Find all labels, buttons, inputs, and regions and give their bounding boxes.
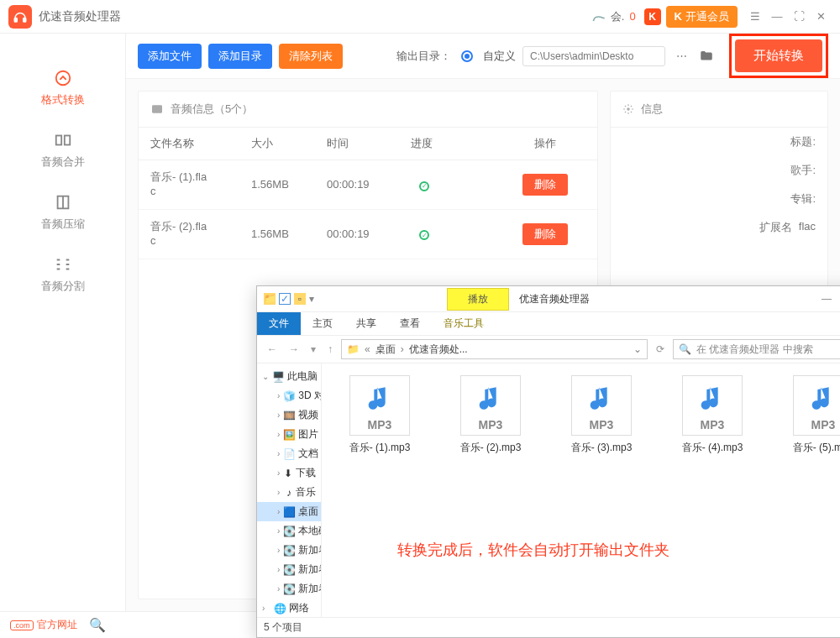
close-icon[interactable]: ✕ [810,6,832,28]
col-operate: 操作 [512,136,579,151]
tree-label: 文档 [298,447,318,461]
delete-button[interactable]: 删除 [522,223,568,245]
breadcrumb-seg[interactable]: 桌面 [375,343,396,357]
cell-size: 1.56MB [251,227,327,240]
tree-item[interactable]: ›🖼️图片 [257,425,321,444]
ribbon-share[interactable]: 共享 [344,312,388,335]
file-item[interactable]: MP3 音乐- (5).mp3 [777,375,840,455]
sidebar-item-compress[interactable]: 音频压缩 [0,181,125,243]
tree-item[interactable]: ›🌐网络 [257,599,321,617]
explorer-search[interactable]: 🔍 在 优速音频处理器 中搜索 [673,339,840,359]
tree-item[interactable]: ›📄文档 [257,444,321,463]
tree-item[interactable]: ›♪音乐 [257,483,321,502]
svg-rect-3 [55,136,60,145]
file-item[interactable]: MP3 音乐- (4).mp3 [666,375,759,455]
tree-label: 网络 [289,601,309,615]
explorer-qat-arrow[interactable]: ▾ [309,293,314,305]
tree-twisty-icon[interactable]: › [277,488,282,497]
explorer-check-icon[interactable]: ✓ [279,293,291,305]
file-name: 音乐- (5).mp3 [793,441,840,455]
nav-back-icon[interactable]: ← [264,343,281,355]
menu-icon[interactable]: ☰ [744,6,766,28]
clear-list-button[interactable]: 清除列表 [279,44,343,69]
search-footer-icon[interactable]: 🔍 [89,617,106,633]
info-album-label: 专辑: [774,191,816,207]
compress-icon [54,193,72,212]
explorer-ribbon: 文件 主页 共享 查看 音乐工具 ⌃ ❔ [257,311,840,335]
nav-fwd-icon[interactable]: → [286,343,302,355]
breadcrumb-seg[interactable]: 优速音频处... [409,343,468,357]
tree-twisty-icon[interactable]: › [277,411,280,420]
explorer-play-tab[interactable]: 播放 [447,288,509,311]
tree-item[interactable]: ›💽新加卷 (F:) [257,560,321,579]
ribbon-home[interactable]: 主页 [301,312,344,335]
start-highlight: 开始转换 [729,34,828,78]
info-singer-label: 歌手: [774,163,816,178]
tree-twisty-icon[interactable]: ⌄ [262,372,269,381]
split-icon [54,255,72,274]
col-name: 文件名称 [150,136,251,151]
tree-item[interactable]: ›🎞️视频 [257,405,321,425]
sidebar-item-split[interactable]: 音频分割 [0,243,125,306]
tree-twisty-icon[interactable]: › [277,391,280,400]
output-path-input[interactable] [522,46,665,66]
tree-drv-icon: 💽 [283,526,295,537]
tree-item[interactable]: ›🟦桌面 [257,502,321,521]
mp3-file-icon: MP3 [682,375,743,436]
add-dir-button[interactable]: 添加目录 [208,44,272,69]
tree-twisty-icon[interactable]: › [277,565,280,574]
tree-twisty-icon[interactable]: › [277,546,280,555]
file-item[interactable]: MP3 音乐- (1).mp3 [333,375,426,455]
refresh-icon[interactable]: ⟳ [653,343,668,355]
tree-label: 下载 [296,466,316,480]
file-item[interactable]: MP3 音乐- (3).mp3 [555,375,648,455]
table-row[interactable]: 音乐- (1).flac 1.56MB 00:00:19 ✓ 删除 [139,160,597,210]
delete-button[interactable]: 删除 [522,174,568,196]
cell-size: 1.56MB [251,178,327,191]
start-convert-button[interactable]: 开始转换 [735,39,822,72]
sidebar-item-format[interactable]: 格式转换 [0,57,125,119]
file-name: 音乐- (4).mp3 [682,441,743,455]
tree-label: 此电脑 [287,369,318,384]
more-icon[interactable]: ⋯ [672,47,690,65]
format-icon [54,69,72,87]
explorer-minimize-icon[interactable]: — [816,288,837,310]
output-radio[interactable] [461,50,473,62]
add-file-button[interactable]: 添加文件 [138,44,202,69]
cell-name: 音乐- (1).flac [150,170,251,199]
tree-twisty-icon[interactable]: › [277,449,280,458]
tree-item[interactable]: ›💽新加卷 (E:) [257,541,321,560]
tree-twisty-icon[interactable]: › [277,468,281,478]
ribbon-view[interactable]: 查看 [388,312,432,335]
tree-item[interactable]: ›💽新加卷 (G:) [257,579,321,599]
official-site-link[interactable]: .com 官方网址 [10,618,77,632]
tree-twisty-icon[interactable]: › [262,604,270,613]
tree-twisty-icon[interactable]: › [277,507,280,516]
cell-time: 00:00:19 [327,178,411,191]
tree-item[interactable]: ›💽本地磁盘 (C:) [257,521,321,541]
minimize-icon[interactable]: — [766,6,788,28]
user-info[interactable]: 会. [591,8,625,25]
tree-twisty-icon[interactable]: › [277,430,280,439]
tree-twisty-icon[interactable]: › [277,526,280,536]
ribbon-file[interactable]: 文件 [257,312,301,335]
folder-icon[interactable] [697,47,716,65]
tree-item[interactable]: ⌄🖥️此电脑 [257,367,321,386]
sidebar-item-merge[interactable]: 音频合并 [0,119,125,181]
vip-button[interactable]: K 开通会员 [666,6,738,28]
info-ext-label: 扩展名 [750,220,792,235]
tree-twisty-icon[interactable]: › [277,584,280,594]
explorer-qat-icon[interactable]: ▫ [294,293,306,305]
nav-up-icon[interactable]: ↑ [324,343,336,355]
address-box[interactable]: 📁 « 桌面 › 优速音频处... ⌄ [341,339,648,359]
tree-pic-icon: 🖼️ [283,429,295,441]
tree-item[interactable]: ›⬇下载 [257,463,321,483]
file-item[interactable]: MP3 音乐- (2).mp3 [444,375,537,455]
nav-recent-icon[interactable]: ▾ [307,343,319,355]
fullscreen-icon[interactable]: ⛶ [788,6,810,28]
tree-item[interactable]: ›🧊3D 对象 [257,386,321,405]
ribbon-tool[interactable]: 音乐工具 [432,312,496,335]
table-row[interactable]: 音乐- (2).flac 1.56MB 00:00:19 ✓ 删除 [139,210,597,259]
file-name: 音乐- (1).mp3 [349,441,411,455]
sidebar-label: 音频合并 [41,154,85,170]
